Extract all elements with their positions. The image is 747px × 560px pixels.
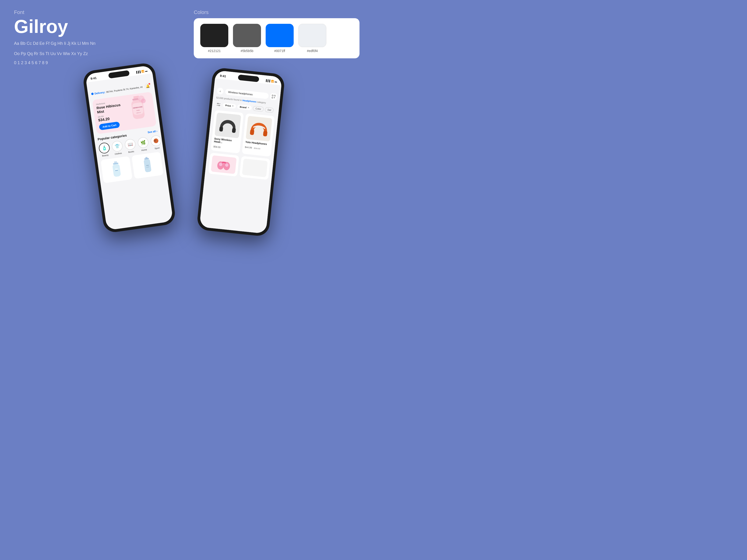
category-home[interactable]: 🌿 Home — [137, 136, 150, 152]
filter-chip-brand[interactable]: Brand ✕ — [237, 104, 252, 110]
font-alphabet-line1: Aa Bb Cc Dd Ee Ff Gg Hh Ii Jj Kk Ll Mm N… — [14, 40, 180, 47]
product-grid-item-earbuds[interactable] — [208, 153, 239, 177]
product-grid-item-sony[interactable]: Sony Wireless Head... $58.00 — [211, 110, 244, 153]
font-section: Font Gilroy Aa Bb Cc Dd Ee Ff Gg Hh Ii J… — [14, 9, 180, 65]
font-alphabet-line2: Oo Pp Qq Rr Ss Tt Uu Vv Ww Xx Yy Zz — [14, 50, 180, 57]
product-info: Herbviore Rose Hibiscus Mist 36.00 $34.2… — [96, 100, 125, 130]
product-grid-item-yoto[interactable]: Yoto Headphones $44.99 $56.00 — [242, 113, 275, 157]
yoto-headphones-svg — [248, 118, 270, 139]
delivery-dot — [91, 92, 94, 95]
product-grid-item-extra[interactable] — [239, 156, 270, 180]
results-count: 52,630 products found in — [216, 96, 242, 101]
color-item-4: #edf0f4 — [298, 24, 326, 53]
product-bottle-2-svg: Prada Cosmetics — [140, 156, 155, 176]
phone-1-content: Delivery: 96744, Puulena St 74, Kaneohe,… — [86, 73, 173, 230]
font-label: Font — [14, 9, 180, 16]
signal-icon-2: ▐▐▐ — [265, 79, 270, 82]
color-hex-3: #0071ff — [274, 49, 285, 53]
svg-point-27 — [219, 105, 220, 106]
font-numbers: 0 1 2 3 4 5 6 7 8 9 — [14, 60, 180, 65]
price-filter-label: Price — [225, 104, 231, 107]
category-sport[interactable]: 🏀 Sport — [150, 135, 163, 150]
delivery-label: Delivery: — [94, 90, 105, 95]
beauty-label: Beauty — [102, 154, 109, 157]
svg-rect-23 — [274, 97, 275, 98]
earbuds-svg — [215, 157, 232, 172]
svg-rect-31 — [263, 130, 267, 136]
mini-product-1: Dove — [101, 156, 133, 183]
font-name: Gilroy — [14, 17, 180, 36]
extra-product-image — [242, 158, 268, 177]
add-to-cart-button[interactable]: Add to Cart — [99, 121, 120, 130]
beauty-icon-circle: 🧴 — [98, 142, 110, 154]
product-card: Herbviore Rose Hibiscus Mist 36.00 $34.2… — [92, 92, 157, 134]
settings-sliders-icon — [216, 103, 221, 106]
see-all-link[interactable]: See all › — [148, 130, 158, 134]
phone-2-outer: 9:41 ▐▐▐ 📶 ▬ ‹ Wireless headph — [196, 67, 285, 237]
phone-2: 9:41 ▐▐▐ 📶 ▬ ‹ Wireless headph — [196, 67, 285, 237]
home-icon-circle: 🌿 — [137, 136, 149, 149]
color-item-3: #0071ff — [266, 24, 294, 53]
bell-icon[interactable]: 🔔 — [144, 82, 152, 90]
svg-rect-10 — [114, 161, 117, 163]
sony-product-price: $58.00 — [213, 144, 238, 151]
svg-rect-20 — [272, 95, 273, 96]
books-label: Books — [128, 150, 134, 153]
phone-2-inner: 9:41 ▐▐▐ 📶 ▬ ‹ Wireless headph — [199, 70, 282, 234]
category-beauty[interactable]: 🧴 Beauty — [98, 142, 111, 157]
bottom-products: Dove Prada — [101, 152, 163, 183]
color-hex-4: #edf0f4 — [307, 49, 318, 53]
category-books[interactable]: 📖 Books — [124, 138, 137, 154]
svg-rect-15 — [145, 157, 148, 158]
wifi-icon-2: 📶 — [271, 80, 274, 83]
phone-1-outer: 9:41 ▐▐▐ 📶 ▬ — [82, 62, 176, 233]
back-button[interactable]: ‹ — [216, 87, 224, 95]
signal-icon: ▐▐▐ — [135, 71, 141, 74]
dove-bottle-svg: Dove — [109, 161, 124, 181]
color-swatch-3 — [266, 24, 294, 47]
results-link[interactable]: Headphones — [242, 99, 257, 103]
sony-headphones-svg — [217, 114, 238, 136]
svg-point-25 — [217, 103, 218, 104]
scan-button[interactable] — [270, 93, 277, 100]
price-filter-close[interactable]: ✕ — [232, 105, 234, 107]
yoto-product-pricing: $44.99 $56.00 — [244, 144, 269, 151]
color-swatch-4 — [298, 24, 326, 47]
color-item-1: #212121 — [200, 24, 228, 53]
product-image: HERBIVORE ROSE HIBISCUS — [124, 95, 153, 127]
colors-card: #212121 #5b5b5b #0071ff #edf0f4 — [194, 18, 360, 58]
svg-rect-29 — [232, 128, 236, 133]
color-item-2: #5b5b5b — [233, 24, 261, 53]
earbuds-product-image — [211, 155, 237, 174]
sport-label: Sport — [155, 146, 160, 150]
phone-1-time: 9:41 — [91, 76, 97, 80]
phone-2-status-icons: ▐▐▐ 📶 ▬ — [265, 79, 277, 83]
phone-2-time: 9:41 — [220, 74, 226, 78]
brand-filter-close[interactable]: ✕ — [247, 106, 249, 109]
sport-icon-circle: 🏀 — [150, 135, 162, 147]
category-clothes[interactable]: 👕 Clothes — [111, 140, 124, 155]
phone-1-status-icons: ▐▐▐ 📶 ▬ — [135, 69, 148, 74]
sony-product-name: Sony Wireless Head... — [214, 137, 238, 145]
color-hex-1: #212121 — [208, 49, 221, 53]
bell-dot — [149, 83, 150, 85]
home-label: Home — [141, 149, 147, 152]
svg-rect-21 — [274, 95, 276, 96]
svg-rect-28 — [219, 126, 223, 131]
mini-product-2: Prada Cosmetics — [131, 152, 163, 179]
color-hex-2: #5b5b5b — [241, 49, 254, 53]
phone-1-inner: 9:41 ▐▐▐ 📶 ▬ — [85, 65, 173, 230]
color-swatch-2 — [233, 24, 261, 47]
phones-section: 9:41 ▐▐▐ 📶 ▬ — [0, 65, 374, 233]
filter-chip-color[interactable]: Color — [253, 106, 264, 112]
clothes-label: Clothes — [114, 152, 122, 155]
search-bar[interactable]: Wireless headphones — [225, 88, 269, 99]
color-swatch-1 — [200, 24, 228, 47]
filter-chip-del[interactable]: Del — [265, 107, 274, 113]
filter-settings-icon[interactable] — [215, 101, 222, 108]
filter-chip-price[interactable]: Price ✕ — [223, 103, 236, 108]
books-icon-circle: 📖 — [124, 138, 136, 151]
sony-product-image — [214, 112, 241, 138]
phone-2-dynamic-island — [238, 75, 259, 82]
scan-icon — [272, 95, 276, 99]
